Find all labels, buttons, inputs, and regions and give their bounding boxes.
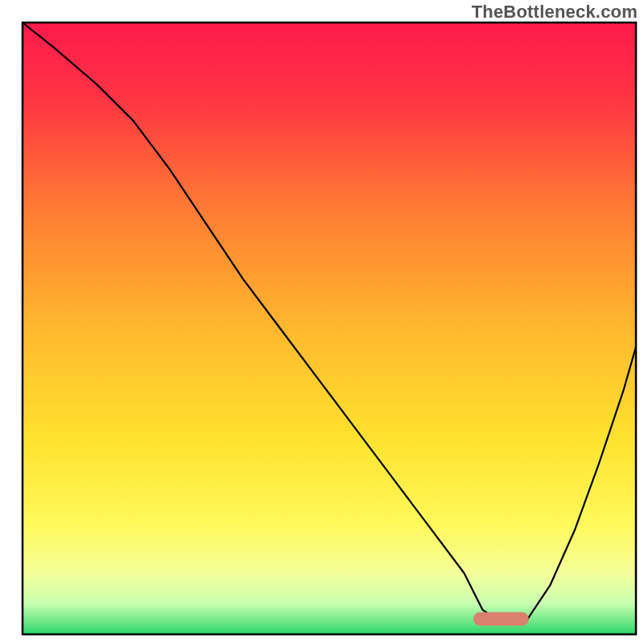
highlight-marker [473, 613, 529, 626]
plot-background [23, 23, 636, 634]
chart-svg [0, 0, 644, 644]
chart-container: TheBottleneck.com [0, 0, 644, 644]
watermark-text: TheBottleneck.com [472, 2, 638, 23]
